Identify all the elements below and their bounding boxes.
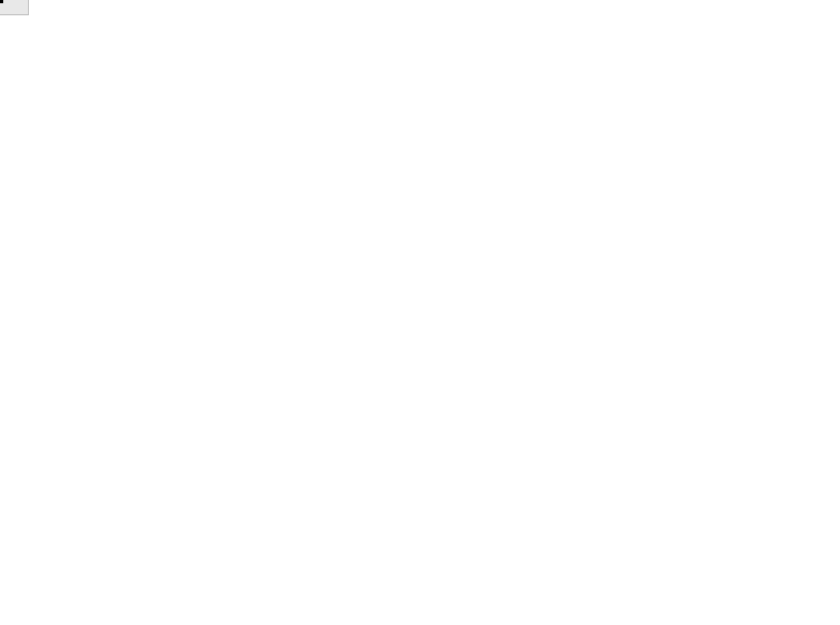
select-all-corner[interactable] <box>0 0 29 15</box>
spreadsheet <box>0 0 840 625</box>
